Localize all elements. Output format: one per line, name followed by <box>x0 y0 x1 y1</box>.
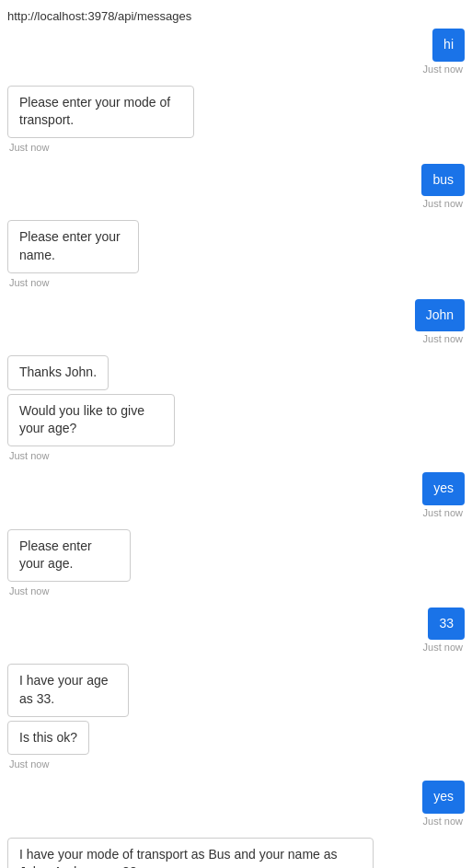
timestamp: Just now <box>423 64 463 75</box>
bot-bubble-group: Thanks John.Would you like to give your … <box>7 355 217 446</box>
user-bubble: 33 <box>428 608 465 641</box>
timestamp: Just now <box>9 758 49 770</box>
bot-message-row: I have your age as 33.Is this ok?Just no… <box>7 664 465 777</box>
timestamp: Just now <box>423 198 463 209</box>
user-bubble: bus <box>421 164 465 197</box>
bot-message-row: Please enter your name.Just now <box>7 220 465 295</box>
bot-bubble: Thanks John. <box>7 355 109 390</box>
user-bubble: John <box>415 299 465 332</box>
bot-bubble: I have your age as 33. <box>7 664 129 716</box>
user-message-row: JohnJust now <box>7 299 465 353</box>
bot-bubble: Please enter your name. <box>7 220 139 272</box>
bot-message-row: Please enter your age.Just now <box>7 529 465 604</box>
timestamp: Just now <box>9 277 49 288</box>
timestamp: Just now <box>9 450 49 461</box>
bot-message-row: Please enter your mode of transport.Just… <box>7 86 465 160</box>
user-message-row: busJust now <box>7 164 465 217</box>
bot-bubble: Would you like to give your age? <box>7 394 175 446</box>
chat-container: hiJust nowPlease enter your mode of tran… <box>0 29 472 868</box>
user-bubble: hi <box>432 29 465 62</box>
bot-bubble: Is this ok? <box>7 721 89 756</box>
url-bar: http://localhost:3978/api/messages <box>0 0 472 29</box>
user-message-row: yesJust now <box>7 472 465 526</box>
bot-bubble: Please enter your age. <box>7 529 131 582</box>
user-message-row: 33Just now <box>7 608 465 661</box>
timestamp: Just now <box>9 585 49 596</box>
bot-bubble: Please enter your mode of transport. <box>7 86 194 138</box>
timestamp: Just now <box>423 642 463 653</box>
user-bubble: yes <box>422 781 465 814</box>
bot-message-row: Thanks John.Would you like to give your … <box>7 355 465 469</box>
timestamp: Just now <box>423 816 463 827</box>
user-message-row: yesJust now <box>7 781 465 834</box>
bot-bubble: I have your mode of transport as Bus and… <box>7 838 374 868</box>
timestamp: Just now <box>9 142 49 153</box>
bot-bubble-group: Please enter your mode of transport. <box>7 86 240 138</box>
user-message-row: hiJust now <box>7 29 465 82</box>
user-bubble: yes <box>422 472 465 505</box>
timestamp: Just now <box>423 333 463 344</box>
timestamp: Just now <box>423 507 463 518</box>
bot-bubble-group: I have your mode of transport as Bus and… <box>7 838 465 868</box>
bot-bubble-group: I have your age as 33.Is this ok? <box>7 664 159 755</box>
bot-bubble-group: Please enter your name. <box>7 220 172 272</box>
bot-bubble-group: Please enter your age. <box>7 529 161 582</box>
bot-message-row: I have your mode of transport as Bus and… <box>7 838 465 868</box>
url-text: http://localhost:3978/api/messages <box>7 9 191 23</box>
